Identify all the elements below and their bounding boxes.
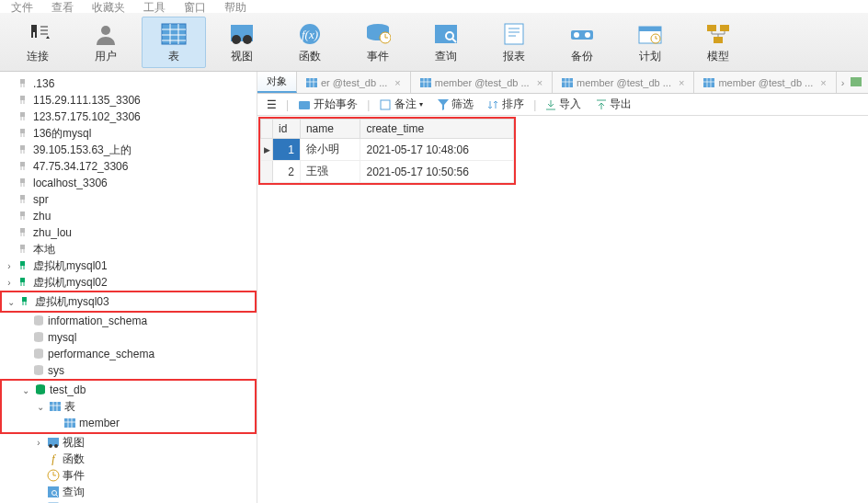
connection-item-active[interactable]: ⌄虚拟机mysql03 <box>2 293 255 310</box>
connection-tree[interactable]: .136115.29.111.135_3306123.57.175.102_33… <box>0 72 257 503</box>
toolbar-query-icon <box>431 21 461 47</box>
connection-item[interactable]: spr <box>0 191 257 208</box>
toolbar-query[interactable]: 查询 <box>414 17 478 68</box>
connection-item[interactable]: 115.29.111.135_3306 <box>0 92 257 109</box>
close-icon[interactable]: × <box>394 77 400 88</box>
toolbar-model[interactable]: 模型 <box>686 17 750 68</box>
connection-item[interactable]: ›虚拟机mysql02 <box>0 274 257 291</box>
database-item[interactable]: mysql <box>0 329 257 346</box>
expand-icon[interactable]: › <box>33 438 44 448</box>
table-row[interactable]: ▶1徐小明2021-05-17 10:48:06 <box>261 139 514 161</box>
cell-name[interactable]: 王强 <box>300 161 360 183</box>
connection-item[interactable]: zhu_lou <box>0 224 257 241</box>
menu-win[interactable]: 窗口 <box>184 0 206 13</box>
expand-icon[interactable]: ⌄ <box>6 297 17 307</box>
toolbar-user[interactable]: 用户 <box>74 17 138 68</box>
toolbar-backup-icon <box>567 21 597 47</box>
cell-create-time[interactable]: 2021-05-17 10:50:56 <box>360 161 514 183</box>
toolbar-table[interactable]: 表 <box>142 17 206 68</box>
table-icon <box>703 77 714 88</box>
menu-view[interactable]: 查看 <box>51 0 74 13</box>
connection-item[interactable]: 136的mysql <box>0 125 257 142</box>
expand-icon[interactable]: ⌄ <box>20 385 31 395</box>
tab-new[interactable] <box>850 76 862 89</box>
svg-point-13 <box>574 32 579 38</box>
menu-tool[interactable]: 工具 <box>143 0 166 13</box>
views-group[interactable]: ›视图 <box>0 434 257 451</box>
svg-point-14 <box>585 32 590 38</box>
database-item-active[interactable]: ⌄test_db <box>2 382 255 398</box>
connection-item[interactable]: zhu <box>0 208 257 224</box>
connection-item[interactable]: 123.57.175.102_3306 <box>0 109 257 125</box>
expand-icon[interactable]: › <box>4 261 15 271</box>
filter-button[interactable]: 筛选 <box>432 94 479 115</box>
close-icon[interactable]: × <box>537 77 542 88</box>
tree-label: 本地 <box>33 242 55 257</box>
connection-icon <box>17 77 30 90</box>
column-name[interactable]: name <box>300 120 360 139</box>
tree-label: information_schema <box>48 314 147 327</box>
connection-icon <box>17 127 30 140</box>
tables-group[interactable]: ⌄表 <box>2 398 255 415</box>
connection-item[interactable]: .136 <box>0 75 257 92</box>
toolbar-event[interactable]: 事件 <box>346 17 410 68</box>
connection-item[interactable]: ›虚拟机mysql01 <box>0 257 257 274</box>
svg-rect-16 <box>639 27 661 31</box>
tab-2[interactable]: member @test_db ...× <box>411 72 553 93</box>
tab-3[interactable]: member @test_db ...× <box>553 72 694 93</box>
expand-icon[interactable]: ⌄ <box>35 402 46 412</box>
export-button[interactable]: 导出 <box>590 94 637 115</box>
close-icon[interactable]: × <box>679 77 684 88</box>
tab-1[interactable]: er @test_db ...× <box>297 72 411 93</box>
data-grid[interactable]: idnamecreate_time ▶1徐小明2021-05-17 10:48:… <box>260 119 514 183</box>
database-item[interactable]: performance_schema <box>0 346 257 362</box>
tab-scroll-right[interactable]: › <box>837 77 850 88</box>
events-group[interactable]: 事件 <box>0 467 257 484</box>
database-item[interactable]: sys <box>0 362 257 379</box>
menu-file[interactable]: 文件 <box>11 0 33 13</box>
tree-label: .136 <box>33 77 54 90</box>
tab-0[interactable]: 对象 <box>257 72 297 93</box>
svg-rect-41 <box>381 100 390 109</box>
sort-button[interactable]: 排序 <box>483 94 530 115</box>
expand-icon[interactable]: › <box>4 278 15 288</box>
toolbar-label: 函数 <box>299 49 321 64</box>
toolbar-connection[interactable]: 连接 <box>6 17 70 68</box>
column-id[interactable]: id <box>273 120 301 139</box>
memo-button[interactable]: 备注▾ <box>373 94 428 115</box>
function-icon: f <box>47 452 60 465</box>
functions-group[interactable]: f函数 <box>0 451 257 467</box>
queries-group[interactable]: 查询 <box>0 484 257 500</box>
toolbar-schedule[interactable]: 计划 <box>618 17 682 68</box>
tab-4[interactable]: member @test_db ...× <box>694 72 836 93</box>
toolbar-function[interactable]: f(x)函数 <box>278 17 342 68</box>
toolbar-backup[interactable]: 备份 <box>550 17 614 68</box>
column-create_time[interactable]: create_time <box>360 120 514 139</box>
svg-rect-1 <box>162 24 186 44</box>
database-item[interactable]: information_schema <box>0 313 257 329</box>
begin-transaction-button[interactable]: 开始事务 <box>292 94 363 115</box>
connection-item[interactable]: 39.105.153.63_上的 <box>0 142 257 158</box>
close-icon[interactable]: × <box>820 77 826 88</box>
toolbar-view[interactable]: 视图 <box>210 17 274 68</box>
connection-item[interactable]: localhost_3306 <box>0 175 257 191</box>
cell-create-time[interactable]: 2021-05-17 10:48:06 <box>360 139 514 161</box>
toolbar-report[interactable]: 报表 <box>482 17 546 68</box>
tree-label: 表 <box>64 399 75 415</box>
toolbar-event-icon <box>363 21 393 47</box>
svg-point-3 <box>232 35 241 44</box>
hamburger-icon[interactable]: ☰ <box>261 94 282 115</box>
table-item-active[interactable]: member <box>2 415 255 431</box>
import-button[interactable]: 导入 <box>540 94 587 115</box>
connection-item[interactable]: 47.75.34.172_3306 <box>0 158 257 175</box>
cell-name[interactable]: 徐小明 <box>300 139 360 161</box>
toolbar-label: 视图 <box>231 49 253 64</box>
connection-item[interactable]: 本地 <box>0 241 257 257</box>
menu-help[interactable]: 帮助 <box>224 0 246 13</box>
cell-id[interactable]: 2 <box>273 161 301 183</box>
cell-id[interactable]: 1 <box>273 139 301 161</box>
toolbar-label: 事件 <box>367 49 389 64</box>
menu-fav[interactable]: 收藏夹 <box>92 0 125 13</box>
svg-rect-35 <box>306 78 317 87</box>
table-row[interactable]: 2王强2021-05-17 10:50:56 <box>261 161 514 183</box>
